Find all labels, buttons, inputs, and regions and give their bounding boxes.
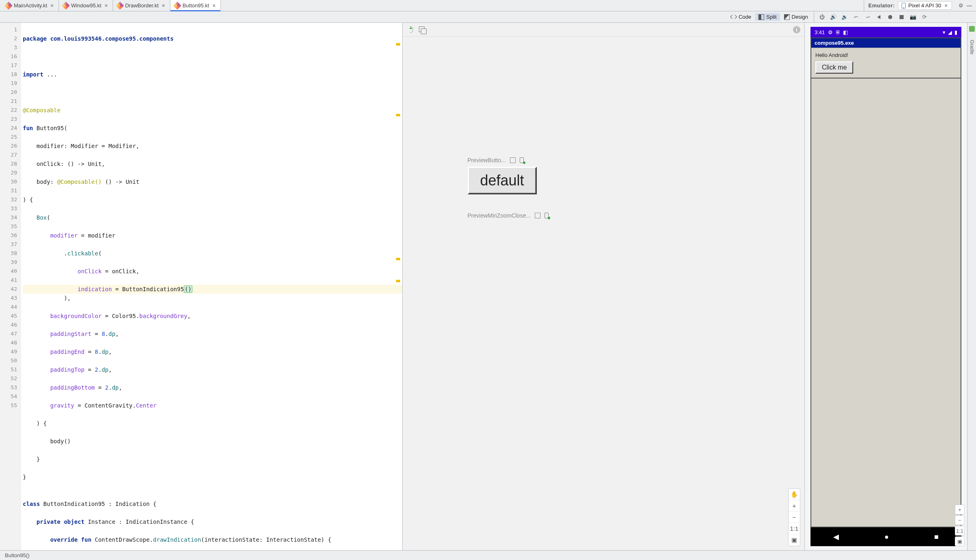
zoom-in-icon[interactable]: + <box>789 500 800 512</box>
preview-button-default: default <box>468 167 537 194</box>
preview-label-2: PreviewMinZoomClose... <box>468 212 549 219</box>
emulator-header: Emulator: Pixel 4 API 30 × ⚙ — <box>864 0 976 11</box>
back-icon[interactable] <box>875 13 882 21</box>
code-body[interactable]: package com.louis993546.compose95.compon… <box>21 23 402 550</box>
tab-window95[interactable]: Window95.kt × <box>59 0 113 11</box>
tab-label: Window95.kt <box>71 2 101 9</box>
interactive-preview-icon[interactable] <box>419 26 425 33</box>
emulator-panel: 3:41 ⚙ ⛨ ◧ ▾ ◢ ▮ compose95.exe Hello And… <box>805 23 967 550</box>
line-gutter: 1 2 3 16 17 18 19 20 21 22 23 24 25 26 2… <box>0 23 21 550</box>
gradle-tool-window[interactable]: Gradle <box>969 37 975 57</box>
close-icon[interactable]: × <box>943 2 948 9</box>
zoom-reset[interactable]: 1:1 <box>789 523 800 534</box>
volume-up-icon[interactable]: 🔊 <box>830 13 837 21</box>
zoom-out-icon[interactable]: − <box>789 512 800 523</box>
win95-titlebar: compose95.exe <box>810 37 961 48</box>
android-navbar: ◀ ● ■ <box>810 527 961 546</box>
zoom-fit-icon[interactable]: ▣ <box>955 536 965 546</box>
pin-icon[interactable] <box>510 157 516 163</box>
nav-back-icon[interactable]: ◀ <box>833 532 839 541</box>
nav-home-icon[interactable]: ● <box>884 533 889 541</box>
settings-status-icon: ⚙ <box>828 29 833 35</box>
editor-tab-bar: MainActivity.kt × Window95.kt × DrawBord… <box>0 0 864 11</box>
nav-overview-icon[interactable]: ■ <box>934 533 939 541</box>
gear-icon[interactable]: ⚙ <box>959 2 963 9</box>
status-bar: Button95() <box>0 550 976 560</box>
clock: 3:41 <box>815 29 825 35</box>
shield-status-icon: ⛨ <box>835 29 841 35</box>
tab-drawborder[interactable]: DrawBorder.kt × <box>113 0 170 11</box>
pan-icon[interactable]: ✋ <box>789 489 800 500</box>
zoom-reset[interactable]: 1:1 <box>955 526 965 536</box>
preview-label-1: PreviewButto... <box>468 157 524 163</box>
minimize-icon[interactable]: — <box>967 2 972 9</box>
kotlin-file-icon <box>62 2 70 10</box>
emulator-toolbar: ⏻ 🔊 🔉 ⤺ ⤻ 📷 ⟳ <box>814 11 976 22</box>
refresh-icon[interactable] <box>407 26 413 33</box>
device-name: Pixel 4 API 30 <box>908 2 941 9</box>
deploy-to-device-icon[interactable] <box>545 213 549 218</box>
tab-label: MainActivity.kt <box>14 2 47 9</box>
more-icon[interactable]: ⟳ <box>921 13 928 21</box>
win95-client <box>810 78 961 527</box>
tab-label: Button95.kt <box>183 2 209 9</box>
signal-icon: ◢ <box>948 29 952 35</box>
close-icon[interactable]: × <box>211 2 216 9</box>
zoom-in-icon[interactable]: + <box>955 505 965 514</box>
code-editor[interactable]: 1 2 3 16 17 18 19 20 21 22 23 24 25 26 2… <box>0 23 403 550</box>
android-screen[interactable]: 3:41 ⚙ ⛨ ◧ ▾ ◢ ▮ compose95.exe Hello And… <box>810 27 961 546</box>
screenshot-icon[interactable]: 📷 <box>909 13 917 21</box>
wifi-icon: ▾ <box>943 29 946 35</box>
code-icon <box>731 14 736 20</box>
info-icon[interactable]: i <box>793 26 800 33</box>
split-icon <box>758 14 764 20</box>
kotlin-file-icon <box>4 2 13 10</box>
view-mode-design[interactable]: Design <box>781 13 811 21</box>
error-stripe[interactable] <box>396 25 401 302</box>
emulator-device-selector[interactable]: Pixel 4 API 30 × <box>898 1 952 10</box>
breadcrumb[interactable]: Button95() <box>5 552 30 558</box>
emulator-label: Emulator: <box>868 2 895 9</box>
app-status-icon: ◧ <box>843 29 848 35</box>
close-icon[interactable]: × <box>104 2 109 9</box>
kotlin-file-icon <box>173 2 181 10</box>
phone-icon <box>902 3 906 9</box>
hello-text: Hello Android! <box>815 52 848 58</box>
view-mode-code[interactable]: Code <box>728 13 754 21</box>
compose-preview-panel: i PreviewButto... default PreviewMinZoom… <box>403 23 805 550</box>
rotate-right-icon[interactable]: ⤻ <box>864 13 871 21</box>
close-icon[interactable]: × <box>161 2 166 9</box>
tab-mainactivity[interactable]: MainActivity.kt × <box>2 0 59 11</box>
pin-icon[interactable] <box>535 213 540 218</box>
deploy-to-device-icon[interactable] <box>520 157 524 163</box>
close-icon[interactable]: × <box>50 2 54 9</box>
design-icon <box>784 14 790 20</box>
zoom-out-icon[interactable]: − <box>955 515 965 525</box>
click-me-button[interactable]: Click me <box>815 61 853 74</box>
emulator-zoom-controls: + − 1:1 ▣ <box>955 505 965 546</box>
preview-zoom-controls: ✋ + − 1:1 ▣ <box>788 488 800 546</box>
battery-icon: ▮ <box>954 29 957 35</box>
kotlin-file-icon <box>116 2 124 10</box>
volume-down-icon[interactable]: 🔉 <box>841 13 848 21</box>
power-icon[interactable]: ⏻ <box>818 13 826 21</box>
overview-icon[interactable] <box>898 13 905 21</box>
android-statusbar: 3:41 ⚙ ⛨ ◧ ▾ ◢ ▮ <box>810 27 961 37</box>
zoom-fit-icon[interactable]: ▣ <box>789 534 800 546</box>
view-mode-split[interactable]: Split <box>755 13 780 21</box>
tab-label: DrawBorder.kt <box>125 2 159 9</box>
rotate-left-icon[interactable]: ⤺ <box>852 13 860 21</box>
tab-button95[interactable]: Button95.kt × <box>170 0 221 11</box>
home-icon[interactable] <box>887 13 894 21</box>
gradle-icon[interactable] <box>969 26 975 32</box>
right-tool-strip: Gradle <box>967 23 976 550</box>
win95-body: Hello Android! Click me <box>810 48 961 78</box>
